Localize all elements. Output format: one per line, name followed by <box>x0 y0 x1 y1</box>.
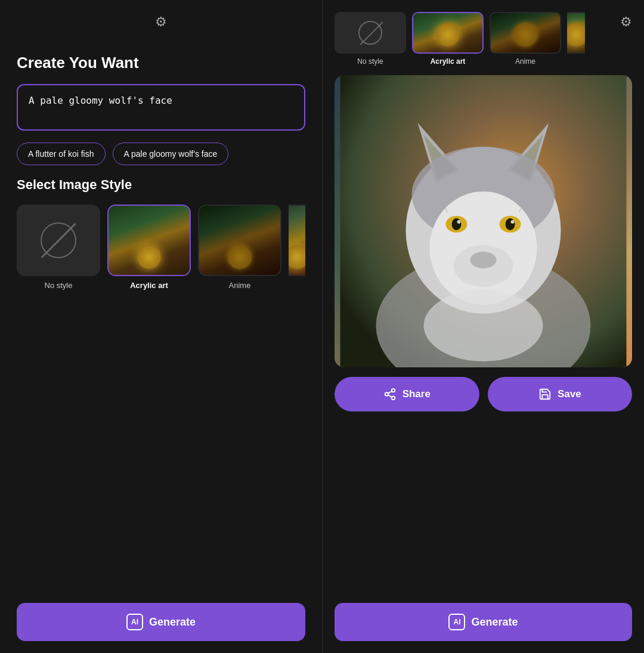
top-anime-img <box>491 13 560 52</box>
svg-point-14 <box>511 220 515 224</box>
top-label-acrylic: Acrylic art <box>431 57 466 66</box>
top-thumb-partial <box>567 12 585 54</box>
wolf-placeholder <box>335 75 632 367</box>
style-item-acrylic[interactable]: Acrylic art <box>107 205 191 290</box>
partial-preview-img <box>289 206 305 275</box>
chip-koi-fish[interactable]: A flutter of koi fish <box>17 143 106 165</box>
settings-icon-left[interactable]: ⚙ <box>155 14 167 30</box>
generate-label-left: Generate <box>149 616 196 629</box>
chip-wolf-face[interactable]: A pale gloomy wolf's face <box>113 143 229 165</box>
no-style-icon <box>41 222 76 258</box>
prompt-input[interactable]: A pale gloomy wolf's face <box>29 95 293 117</box>
left-panel: ⚙ Create You Want A pale gloomy wolf's f… <box>0 0 322 653</box>
top-thumb-acrylic <box>412 12 484 54</box>
generate-button-right[interactable]: AI Generate <box>335 603 632 641</box>
style-item-no-style[interactable]: No style <box>17 205 100 290</box>
top-thumb-no-style <box>335 12 406 54</box>
generate-button-left[interactable]: AI Generate <box>17 603 305 641</box>
svg-point-16 <box>454 245 513 287</box>
share-button[interactable]: Share <box>335 377 479 411</box>
top-style-strip: No style Acrylic art Anime <box>335 12 632 66</box>
style-grid: No style Acrylic art Anime <box>17 205 305 290</box>
style-section-title: Select Image Style <box>17 177 305 193</box>
share-label: Share <box>402 388 431 400</box>
ai-icon-left: AI <box>126 614 143 630</box>
top-no-style-icon <box>358 21 382 45</box>
top-label-anime: Anime <box>515 57 535 66</box>
page-title: Create You Want <box>17 54 305 72</box>
style-item-anime[interactable]: Anime <box>198 205 281 290</box>
style-label-no-style: No style <box>45 281 73 290</box>
style-label-anime: Anime <box>229 281 251 290</box>
wolf-svg <box>335 75 632 367</box>
style-thumb-no-style <box>17 205 100 276</box>
svg-line-21 <box>388 395 391 397</box>
save-button[interactable]: Save <box>488 377 633 411</box>
top-label-no-style: No style <box>357 57 383 66</box>
right-panel: ⚙ No style Acrylic art <box>322 0 644 653</box>
style-item-partial[interactable] <box>289 205 305 290</box>
action-buttons: Share Save <box>335 377 632 411</box>
style-thumb-anime <box>198 205 281 276</box>
anime-preview-img <box>199 206 280 275</box>
style-thumb-partial <box>289 205 305 276</box>
svg-point-13 <box>457 220 461 224</box>
generate-label-right: Generate <box>471 616 518 629</box>
top-partial-img <box>567 13 585 52</box>
style-label-acrylic: Acrylic art <box>130 281 168 290</box>
save-icon <box>538 388 552 401</box>
svg-line-22 <box>388 391 391 394</box>
settings-icon-right[interactable]: ⚙ <box>620 14 632 30</box>
suggestion-chips: A flutter of koi fish A pale gloomy wolf… <box>17 143 305 165</box>
style-thumb-acrylic <box>107 205 191 276</box>
top-acrylic-img <box>413 13 482 52</box>
top-style-no-style[interactable]: No style <box>335 12 406 66</box>
top-thumb-anime <box>490 12 561 54</box>
svg-point-11 <box>452 218 462 230</box>
top-style-acrylic[interactable]: Acrylic art <box>412 12 484 66</box>
top-style-anime[interactable]: Anime <box>490 12 561 66</box>
share-icon <box>383 388 397 401</box>
top-style-partial[interactable] <box>567 12 585 54</box>
ai-icon-right: AI <box>448 614 465 630</box>
svg-point-12 <box>506 218 515 230</box>
generated-image <box>335 75 632 367</box>
svg-point-17 <box>424 290 543 361</box>
prompt-input-wrapper: A pale gloomy wolf's face <box>17 84 305 131</box>
save-label: Save <box>558 388 581 400</box>
acrylic-preview-img <box>109 206 190 275</box>
